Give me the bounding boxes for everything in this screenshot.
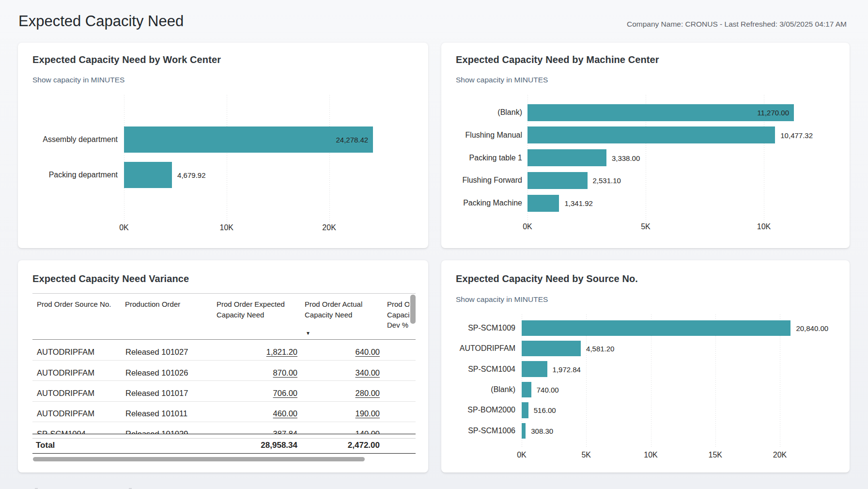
x-axis-tick-label: 20K	[773, 451, 787, 459]
table-row[interactable]: SP-SCM1004Released 101029387.84140.00	[32, 422, 416, 434]
column-header-prod-order-actual-capacity-need[interactable]: Prod Order Actual Capacity Need	[305, 299, 375, 320]
total-actual-capacity-need: 2,472.00	[348, 441, 380, 450]
bar-value-label: 516.00	[534, 406, 556, 414]
variance-table: Prod Order Source No. Production Order P…	[18, 260, 428, 473]
table-row[interactable]: AUTODRIPFAMReleased 101026870.00340.00	[32, 361, 416, 381]
chart-bar[interactable]	[522, 320, 790, 336]
cell-production-order: Released 101027	[125, 347, 188, 357]
category-label: AUTODRIPFAM	[460, 344, 515, 353]
chart-bar[interactable]	[522, 402, 528, 418]
cell-expected-capacity-need-link[interactable]: 706.00	[273, 389, 297, 398]
table-total-row: Total 28,958.34 2,472.00	[32, 434, 416, 454]
cell-prod-order-source-no: AUTODRIPFAM	[37, 368, 94, 378]
cell-prod-order-source-no: AUTODRIPFAM	[37, 347, 94, 357]
cell-actual-capacity-need-link[interactable]: 340.00	[356, 368, 380, 378]
bar-value-label: 4,679.92	[177, 171, 205, 179]
total-row-inner-line	[32, 438, 416, 439]
category-label: Flushing Manual	[465, 131, 522, 140]
card-work-center: Expected Capacity Need by Work Center Sh…	[18, 43, 428, 248]
cell-prod-order-source-no: AUTODRIPFAM	[37, 409, 94, 418]
category-label: (Blank)	[491, 385, 515, 394]
gridline	[329, 95, 330, 223]
chart-bar[interactable]	[522, 382, 531, 398]
cell-actual-capacity-need-link[interactable]: 640.00	[356, 347, 380, 357]
bar-value-label: 1,341.92	[564, 199, 592, 207]
x-axis-tick-label: 5K	[581, 451, 591, 459]
x-axis-tick-label: 20K	[322, 223, 336, 232]
total-label: Total	[36, 441, 55, 450]
column-header-production-order[interactable]: Production Order	[125, 299, 205, 310]
column-header-prod-order-source-no[interactable]: Prod Order Source No.	[37, 299, 119, 310]
category-label: Flushing Forward	[462, 176, 522, 185]
bar-value-label: 740.00	[537, 385, 559, 394]
cell-production-order: Released 101026	[125, 368, 188, 378]
card-variance-table: Expected Capacity Need Variance Prod Ord…	[18, 260, 428, 473]
cell-expected-capacity-need-link[interactable]: 460.00	[273, 409, 297, 418]
card-source-no: Expected Capacity Need by Source No. Sho…	[441, 260, 850, 473]
bar-value-label: 20,840.00	[796, 324, 828, 332]
cell-production-order: Released 101029	[125, 429, 188, 433]
cell-production-order: Released 101011	[125, 409, 187, 418]
bar-value-label: 1,972.84	[553, 365, 581, 373]
cell-production-order: Released 101017	[125, 389, 188, 398]
chart-bar[interactable]	[527, 126, 775, 143]
table-row[interactable]: AUTODRIPFAMReleased 101017706.00280.00	[32, 381, 416, 401]
chart-bar[interactable]	[527, 104, 794, 121]
cell-expected-capacity-need-link[interactable]: 870.00	[273, 368, 297, 378]
chart-bar[interactable]	[522, 423, 526, 439]
chart-bar[interactable]	[522, 341, 581, 357]
cell-actual-capacity-need-link[interactable]: 280.00	[356, 389, 380, 398]
column-header-prod-order-capacity-dev[interactable]: Prod Order Capacity Dev %	[387, 299, 409, 331]
category-label: SP-SCM1006	[468, 426, 515, 435]
chart-bar[interactable]	[527, 172, 588, 189]
bar-value-label: 308.30	[531, 426, 553, 435]
cell-expected-capacity-need-link[interactable]: 387.84	[273, 429, 297, 433]
horizontal-scrollbar[interactable]	[33, 457, 365, 461]
cell-expected-capacity-need-link[interactable]: 1,821.20	[266, 347, 297, 357]
page-title: Expected Capacity Need	[18, 13, 184, 30]
cell-prod-order-source-no: AUTODRIPFAM	[37, 389, 94, 398]
table-row[interactable]: AUTODRIPFAMReleased 1010271,821.20640.00	[32, 340, 416, 361]
table-header-top-border	[32, 293, 416, 294]
bar-value-label: 11,270.00	[757, 109, 789, 117]
table-body: AUTODRIPFAMReleased 1010271,821.20640.00…	[32, 340, 416, 434]
category-label: (Blank)	[497, 108, 522, 117]
category-label: Packing table 1	[469, 154, 522, 162]
category-label: SP-BOM2000	[467, 406, 515, 414]
x-axis-tick-label: 0K	[119, 223, 129, 232]
machine-center-bar-chart: 0K5K10K(Blank)11,270.00Flushing Manual10…	[441, 43, 850, 248]
x-axis-tick-label: 10K	[644, 451, 657, 459]
bar-value-label: 24,278.42	[336, 135, 368, 143]
x-axis-tick-label: 0K	[517, 451, 527, 459]
sort-descending-icon[interactable]: ▼	[306, 331, 310, 336]
gridline	[124, 95, 124, 223]
source-no-bar-chart: 0K5K10K15K20KSP-SCM100920,840.00AUTODRIP…	[441, 260, 850, 473]
column-header-prod-order-expected-capacity-need[interactable]: Prod Order Expected Capacity Need	[217, 299, 292, 320]
card-machine-center: Expected Capacity Need by Machine Center…	[441, 43, 850, 248]
x-axis-tick-label: 10K	[220, 223, 233, 232]
x-axis-tick-label: 0K	[523, 222, 532, 231]
chart-bar[interactable]	[527, 149, 606, 166]
company-info: Company Name: CRONUS - Last Refreshed: 3…	[627, 20, 847, 29]
work-center-bar-chart: 0K10K20KAssembly department24,278.42Pack…	[18, 43, 428, 248]
chart-bar[interactable]	[527, 195, 559, 212]
category-label: Packing department	[49, 171, 118, 179]
chart-bar[interactable]	[522, 361, 547, 377]
category-label: Assembly department	[43, 135, 118, 144]
x-axis-tick-label: 5K	[641, 222, 651, 231]
bar-value-label: 3,338.00	[612, 154, 640, 162]
cell-actual-capacity-need-link[interactable]: 140.00	[356, 429, 380, 433]
vertical-scrollbar[interactable]	[410, 295, 416, 324]
cell-prod-order-source-no: SP-SCM1004	[37, 429, 86, 433]
gridline	[227, 95, 227, 223]
total-expected-capacity-need: 28,958.34	[261, 441, 297, 450]
x-axis-tick-label: 10K	[757, 222, 771, 231]
cell-actual-capacity-need-link[interactable]: 190.00	[356, 409, 380, 418]
table-row[interactable]: AUTODRIPFAMReleased 101011460.00190.00	[32, 402, 416, 422]
bar-value-label: 4,581.20	[586, 345, 614, 353]
chart-bar[interactable]	[124, 162, 172, 188]
category-label: SP-SCM1004	[468, 365, 515, 374]
category-label: Packing Machine	[463, 199, 522, 207]
x-axis-tick-label: 15K	[709, 451, 722, 459]
bar-value-label: 10,477.32	[780, 131, 813, 139]
